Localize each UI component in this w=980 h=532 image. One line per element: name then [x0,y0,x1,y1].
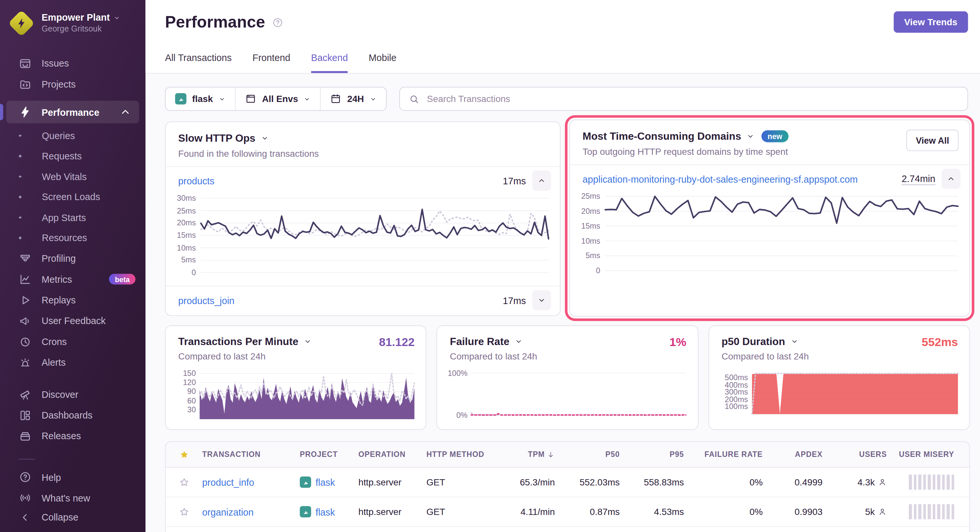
http-method-cell: GET [426,507,504,517]
col-p50[interactable]: P50 [605,450,620,459]
col-failure-rate[interactable]: FAILURE RATE [704,450,762,459]
sidebar-item-what-s-new[interactable]: What's new [0,488,145,508]
slow-http-ops-title[interactable]: Slow HTTP Ops [178,132,547,144]
collapse-row-button[interactable] [942,168,961,189]
col-apdex[interactable]: APDEX [795,450,822,459]
project-link[interactable]: flask [315,477,335,488]
sidebar-item-resources[interactable]: Resources [0,228,145,248]
transactions-per-minute-card: Transactions Per Minute 81.122 Compared … [165,326,427,430]
environment-filter[interactable]: All Envs [235,87,321,110]
transaction-link[interactable]: products_join [178,295,234,306]
highlight-outline: Most Time-Consuming Domains new Top outg… [565,115,974,321]
sidebar-item-label: Crons [42,336,67,347]
domain-time-spent[interactable]: 2.74min [902,173,935,185]
expand-row-button[interactable] [532,290,551,310]
table-row[interactable]: product_info flask http.server GET 65.3/… [166,468,969,497]
sidebar-item-projects[interactable]: Projects [0,74,145,94]
sidebar-item-queries[interactable]: Queries [0,125,145,146]
domains-title[interactable]: Most Time-Consuming Domains new [582,130,957,142]
metric-cards: Transactions Per Minute 81.122 Compared … [165,326,970,430]
sidebar-item-dashboards[interactable]: Dashboards [0,405,145,426]
transaction-link[interactable]: products [178,175,214,186]
user-icon [878,478,887,487]
star-outline-icon[interactable] [178,477,189,488]
sidebar-item-releases[interactable]: Releases [0,426,145,446]
sidebar-item-crons[interactable]: Crons [0,331,145,352]
metric-title[interactable]: Failure Rate [445,335,686,347]
collapse-row-button[interactable] [532,171,551,191]
transactions-table: TRANSACTION PROJECT OPERATION HTTP METHO… [165,441,970,532]
sidebar-item-performance[interactable]: Performance [6,101,139,123]
col-tpm-sorted[interactable]: TPM [528,450,555,459]
sidebar-collapse-button[interactable]: Collapse [0,508,145,526]
sidebar-item-requests[interactable]: Requests [0,146,145,166]
operation-cell: http.server [358,477,426,488]
sidebar-sub-item-label: Queries [42,130,75,141]
sidebar-item-alerts[interactable]: Alerts [0,352,145,373]
sidebar-item-metrics[interactable]: Metrics beta [0,268,145,289]
help-icon[interactable] [272,17,283,28]
metric-subtitle: Compared to last 24h [716,351,958,361]
performance-page: Empower Plant George Gritsouk Issues Pro… [0,0,980,532]
apdex-cell: 0.9903 [795,507,822,517]
sidebar-sub-item-label: Resources [42,233,87,243]
col-operation[interactable]: OPERATION [358,450,426,459]
col-project[interactable]: PROJECT [300,450,358,459]
org-switcher[interactable]: Empower Plant George Gritsouk [8,10,138,37]
metric-subtitle: Compared to last 24h [173,351,415,361]
metric-subtitle: Compared to last 24h [445,351,686,361]
sidebar-item-label: Metrics [42,274,72,285]
star-column-header-icon[interactable] [178,449,189,460]
tab-mobile[interactable]: Mobile [369,52,396,73]
sidebar-item-replays[interactable]: Replays [0,290,145,310]
sidebar-item-profiling[interactable]: Profiling [0,248,145,268]
col-transaction[interactable]: TRANSACTION [202,450,300,459]
chevron-up-icon [947,175,955,183]
transaction-link[interactable]: organization [202,507,300,517]
time-range-filter[interactable]: 24H [321,87,386,110]
org-name[interactable]: Empower Plant [42,12,110,24]
sidebar-item-user-feedback[interactable]: User Feedback [0,310,145,331]
sidebar-item-label: User Feedback [42,315,106,326]
flask-project-icon [175,93,186,105]
tab-frontend[interactable]: Frontend [252,52,290,73]
metric-title[interactable]: Transactions Per Minute [173,335,415,347]
star-outline-icon[interactable] [178,507,189,517]
project-filter[interactable]: flask [166,87,235,110]
sidebar-item-issues[interactable]: Issues [0,53,145,73]
search-box [399,87,968,111]
sidebar-item-label: Replays [42,295,76,305]
view-all-button[interactable]: View All [907,130,959,151]
sidebar-sub-item-label: Web Vitals [42,171,87,182]
operation-cell: http.server [358,507,426,517]
sidebar-item-label: Performance [42,106,99,118]
sidebar-item-app-starts[interactable]: App Starts [0,207,145,227]
project-link[interactable]: flask [315,507,335,517]
sidebar-nav: Issues Projects Performance Queries Requ… [0,53,145,446]
chevron-up-icon [119,106,132,118]
chevron-down-icon [304,95,310,102]
col-p95[interactable]: P95 [670,450,684,459]
tab-all-transactions[interactable]: All Transactions [165,52,232,73]
sidebar-item-web-vitals[interactable]: Web Vitals [0,166,145,187]
filter-bar: flask All Envs 24H [165,87,968,111]
search-input[interactable] [426,93,959,105]
sidebar-item-label: Alerts [42,357,66,368]
sidebar-footer: Help What's new [0,467,145,509]
chevron-down-icon [303,338,312,346]
transaction-link[interactable]: product_info [202,477,300,488]
view-trends-button[interactable]: View Trends [893,11,968,33]
domain-link[interactable]: application-monitoring-ruby-dot-sales-en… [582,173,858,184]
col-user-misery[interactable]: USER MISERY [899,450,969,459]
tab-backend[interactable]: Backend [311,52,348,73]
col-http-method[interactable]: HTTP METHOD [426,450,504,459]
sidebar-item-screen-loads[interactable]: Screen Loads [0,187,145,207]
sidebar-item-discover[interactable]: Discover [0,384,145,405]
http-method-cell: GET [426,477,504,488]
y-axis-labels: 100%0% [445,369,471,416]
sidebar-item-help[interactable]: Help [0,467,145,488]
sidebar-item-label: What's new [42,492,90,503]
col-users[interactable]: USERS [859,450,887,459]
main-content: Performance View Trends All Transactions… [145,0,980,532]
table-row[interactable]: organization flask http.server GET 4.11/… [166,497,969,527]
